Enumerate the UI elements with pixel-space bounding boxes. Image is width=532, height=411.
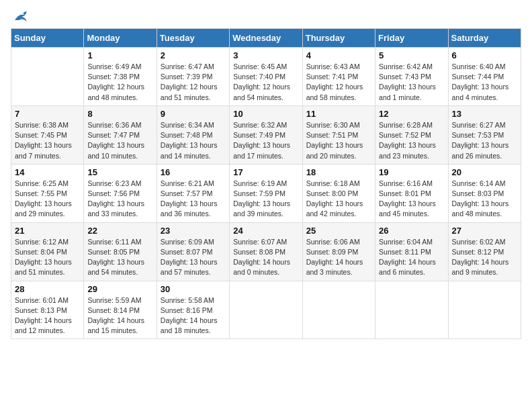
calendar-cell: 15 Sunrise: 6:23 AMSunset: 7:56 PMDaylig… bbox=[84, 164, 157, 222]
calendar-week-row: 21 Sunrise: 6:12 AMSunset: 8:04 PMDaylig… bbox=[11, 222, 521, 281]
day-number: 6 bbox=[452, 50, 517, 60]
logo bbox=[11, 11, 30, 23]
day-number: 14 bbox=[15, 167, 80, 177]
calendar-week-row: 28 Sunrise: 6:01 AMSunset: 8:13 PMDaylig… bbox=[11, 281, 521, 339]
day-info: Sunrise: 6:12 AMSunset: 8:04 PMDaylight:… bbox=[15, 237, 80, 278]
calendar-cell: 25 Sunrise: 6:06 AMSunset: 8:09 PMDaylig… bbox=[302, 222, 375, 281]
day-number: 24 bbox=[233, 226, 298, 236]
day-info: Sunrise: 6:38 AMSunset: 7:45 PMDaylight:… bbox=[15, 120, 80, 161]
column-header-saturday: Saturday bbox=[448, 29, 521, 48]
day-number: 16 bbox=[161, 167, 226, 177]
calendar-cell: 21 Sunrise: 6:12 AMSunset: 8:04 PMDaylig… bbox=[11, 222, 84, 281]
calendar-cell: 5 Sunrise: 6:42 AMSunset: 7:43 PMDayligh… bbox=[375, 48, 448, 106]
day-info: Sunrise: 6:45 AMSunset: 7:40 PMDaylight:… bbox=[233, 62, 298, 103]
column-header-wednesday: Wednesday bbox=[230, 29, 302, 48]
day-info: Sunrise: 6:09 AMSunset: 8:07 PMDaylight:… bbox=[161, 237, 226, 278]
calendar-cell: 11 Sunrise: 6:30 AMSunset: 7:51 PMDaylig… bbox=[302, 105, 375, 164]
calendar-cell: 7 Sunrise: 6:38 AMSunset: 7:45 PMDayligh… bbox=[11, 105, 84, 164]
calendar-cell bbox=[302, 281, 375, 339]
day-info: Sunrise: 6:49 AMSunset: 7:38 PMDaylight:… bbox=[87, 62, 152, 103]
day-number: 1 bbox=[87, 50, 152, 60]
day-number: 8 bbox=[87, 109, 152, 119]
day-number: 29 bbox=[87, 284, 152, 294]
calendar-cell: 19 Sunrise: 6:16 AMSunset: 8:01 PMDaylig… bbox=[375, 164, 448, 222]
day-info: Sunrise: 6:34 AMSunset: 7:48 PMDaylight:… bbox=[161, 120, 226, 161]
calendar-cell: 18 Sunrise: 6:18 AMSunset: 8:00 PMDaylig… bbox=[302, 164, 375, 222]
calendar-week-row: 7 Sunrise: 6:38 AMSunset: 7:45 PMDayligh… bbox=[11, 105, 521, 164]
calendar-cell: 10 Sunrise: 6:32 AMSunset: 7:49 PMDaylig… bbox=[230, 105, 302, 164]
calendar-cell: 26 Sunrise: 6:04 AMSunset: 8:11 PMDaylig… bbox=[375, 222, 448, 281]
calendar-cell: 28 Sunrise: 6:01 AMSunset: 8:13 PMDaylig… bbox=[11, 281, 84, 339]
day-info: Sunrise: 6:04 AMSunset: 8:11 PMDaylight:… bbox=[379, 237, 444, 278]
day-number: 10 bbox=[233, 109, 298, 119]
column-header-monday: Monday bbox=[84, 29, 157, 48]
day-info: Sunrise: 6:21 AMSunset: 7:57 PMDaylight:… bbox=[161, 179, 226, 220]
calendar-cell: 24 Sunrise: 6:07 AMSunset: 8:08 PMDaylig… bbox=[230, 222, 302, 281]
day-info: Sunrise: 6:16 AMSunset: 8:01 PMDaylight:… bbox=[379, 179, 444, 220]
calendar-cell: 22 Sunrise: 6:11 AMSunset: 8:05 PMDaylig… bbox=[84, 222, 157, 281]
column-header-sunday: Sunday bbox=[11, 29, 84, 48]
day-number: 2 bbox=[161, 50, 226, 60]
day-info: Sunrise: 6:23 AMSunset: 7:56 PMDaylight:… bbox=[87, 179, 152, 220]
day-number: 3 bbox=[233, 50, 298, 60]
calendar-cell bbox=[375, 281, 448, 339]
day-number: 11 bbox=[306, 109, 371, 119]
calendar-cell: 17 Sunrise: 6:19 AMSunset: 7:59 PMDaylig… bbox=[230, 164, 302, 222]
day-info: Sunrise: 6:06 AMSunset: 8:09 PMDaylight:… bbox=[306, 237, 371, 278]
calendar-cell bbox=[230, 281, 302, 339]
day-number: 19 bbox=[379, 167, 444, 177]
day-info: Sunrise: 5:58 AMSunset: 8:16 PMDaylight:… bbox=[161, 295, 226, 336]
calendar-week-row: 14 Sunrise: 6:25 AMSunset: 7:55 PMDaylig… bbox=[11, 164, 521, 222]
day-info: Sunrise: 6:18 AMSunset: 8:00 PMDaylight:… bbox=[306, 179, 371, 220]
column-header-tuesday: Tuesday bbox=[157, 29, 229, 48]
day-info: Sunrise: 6:28 AMSunset: 7:52 PMDaylight:… bbox=[379, 120, 444, 161]
day-info: Sunrise: 6:30 AMSunset: 7:51 PMDaylight:… bbox=[306, 120, 371, 161]
page-header bbox=[11, 11, 521, 23]
calendar-cell: 9 Sunrise: 6:34 AMSunset: 7:48 PMDayligh… bbox=[157, 105, 229, 164]
day-number: 7 bbox=[15, 109, 80, 119]
day-number: 30 bbox=[161, 284, 226, 294]
day-number: 17 bbox=[233, 167, 298, 177]
day-info: Sunrise: 6:14 AMSunset: 8:03 PMDaylight:… bbox=[452, 179, 517, 220]
day-number: 9 bbox=[161, 109, 226, 119]
calendar-cell: 29 Sunrise: 5:59 AMSunset: 8:14 PMDaylig… bbox=[84, 281, 157, 339]
day-number: 20 bbox=[452, 167, 517, 177]
calendar-table: SundayMondayTuesdayWednesdayThursdayFrid… bbox=[11, 28, 521, 339]
day-number: 12 bbox=[379, 109, 444, 119]
day-info: Sunrise: 6:43 AMSunset: 7:41 PMDaylight:… bbox=[306, 62, 371, 103]
calendar-cell: 3 Sunrise: 6:45 AMSunset: 7:40 PMDayligh… bbox=[230, 48, 302, 106]
calendar-header-row: SundayMondayTuesdayWednesdayThursdayFrid… bbox=[11, 29, 521, 48]
calendar-cell: 12 Sunrise: 6:28 AMSunset: 7:52 PMDaylig… bbox=[375, 105, 448, 164]
calendar-cell: 16 Sunrise: 6:21 AMSunset: 7:57 PMDaylig… bbox=[157, 164, 229, 222]
day-info: Sunrise: 6:40 AMSunset: 7:44 PMDaylight:… bbox=[452, 62, 517, 103]
day-info: Sunrise: 5:59 AMSunset: 8:14 PMDaylight:… bbox=[87, 295, 152, 336]
day-number: 26 bbox=[379, 226, 444, 236]
day-number: 21 bbox=[15, 226, 80, 236]
day-number: 13 bbox=[452, 109, 517, 119]
calendar-cell: 30 Sunrise: 5:58 AMSunset: 8:16 PMDaylig… bbox=[157, 281, 229, 339]
calendar-cell: 20 Sunrise: 6:14 AMSunset: 8:03 PMDaylig… bbox=[448, 164, 521, 222]
day-info: Sunrise: 6:01 AMSunset: 8:13 PMDaylight:… bbox=[15, 295, 80, 336]
logo-bird-icon bbox=[13, 11, 28, 23]
calendar-cell: 14 Sunrise: 6:25 AMSunset: 7:55 PMDaylig… bbox=[11, 164, 84, 222]
day-number: 18 bbox=[306, 167, 371, 177]
calendar-cell: 23 Sunrise: 6:09 AMSunset: 8:07 PMDaylig… bbox=[157, 222, 229, 281]
day-info: Sunrise: 6:47 AMSunset: 7:39 PMDaylight:… bbox=[161, 62, 226, 103]
day-info: Sunrise: 6:42 AMSunset: 7:43 PMDaylight:… bbox=[379, 62, 444, 103]
calendar-cell bbox=[11, 48, 84, 106]
day-info: Sunrise: 6:02 AMSunset: 8:12 PMDaylight:… bbox=[452, 237, 517, 278]
calendar-cell: 1 Sunrise: 6:49 AMSunset: 7:38 PMDayligh… bbox=[84, 48, 157, 106]
day-info: Sunrise: 6:25 AMSunset: 7:55 PMDaylight:… bbox=[15, 179, 80, 220]
day-info: Sunrise: 6:27 AMSunset: 7:53 PMDaylight:… bbox=[452, 120, 517, 161]
column-header-friday: Friday bbox=[375, 29, 448, 48]
day-number: 15 bbox=[87, 167, 152, 177]
calendar-cell: 13 Sunrise: 6:27 AMSunset: 7:53 PMDaylig… bbox=[448, 105, 521, 164]
day-number: 5 bbox=[379, 50, 444, 60]
column-header-thursday: Thursday bbox=[302, 29, 375, 48]
day-number: 28 bbox=[15, 284, 80, 294]
calendar-week-row: 1 Sunrise: 6:49 AMSunset: 7:38 PMDayligh… bbox=[11, 48, 521, 106]
day-number: 4 bbox=[306, 50, 371, 60]
calendar-cell: 6 Sunrise: 6:40 AMSunset: 7:44 PMDayligh… bbox=[448, 48, 521, 106]
day-number: 22 bbox=[87, 226, 152, 236]
calendar-cell: 4 Sunrise: 6:43 AMSunset: 7:41 PMDayligh… bbox=[302, 48, 375, 106]
